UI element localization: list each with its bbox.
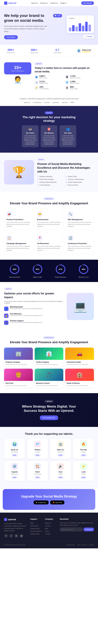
footer-contact[interactable]: Contact [45, 532, 56, 535]
service-4[interactable]: 📍 Ad Placement Lorem ipsum dolor sit ame… [35, 232, 63, 254]
talent-name-5: Tower [29, 471, 46, 473]
today-stat-val-3: 1,194+ [70, 80, 80, 82]
pioneer-feat-3: ✓Customer Relationships [66, 178, 94, 181]
talent-icon-5: 🏗️ [34, 463, 41, 470]
footer-logo: ↑ uptrend [4, 518, 27, 521]
pioneer-feat-4: ✓Strategy Digital Marketing [37, 181, 65, 184]
footer-legal-0[interactable]: Privacy Policy [66, 544, 75, 546]
app-store-button[interactable]: 🍎 App Store [50, 500, 64, 504]
footer-press[interactable]: Press [45, 530, 56, 532]
service-5[interactable]: 🔄 Continuous Promotion Lorem ipsum dolor… [66, 232, 94, 254]
vision-desc: Lorem ipsum dolor sit amet consectetur a… [24, 135, 36, 145]
case-title-0: Property Company [6, 361, 32, 363]
talent-icon-7: ⚡ [80, 463, 87, 470]
nav-pages[interactable]: Pages ▾ [60, 2, 66, 4]
service-2[interactable]: 🔍 SEO Management Lorem ipsum dolor sit a… [66, 208, 94, 230]
stat-user: 👤 Rebecca M. ⭐⭐⭐⭐⭐ [77, 48, 91, 53]
talent-icon-3: 🔥 [80, 441, 87, 448]
case-5[interactable]: 🏨 Hotels & Resorts Lorem ipsum dolor sit… [65, 369, 94, 388]
talent-btn-1[interactable]: Visit [34, 454, 40, 456]
google-play-button[interactable]: ▶ Google Play [34, 500, 48, 504]
talent-btn-3[interactable]: Visit [80, 454, 86, 456]
talent-btn-7[interactable]: Visit [80, 476, 86, 479]
talent-btn-2[interactable]: Visit [58, 454, 64, 456]
today-stat-val-0: 6,897+ [40, 75, 47, 77]
case-desc-2: Lorem ipsum dolor sit amet consectetur. [66, 364, 92, 366]
facebook-icon[interactable]: f [4, 534, 8, 538]
case-desc-3: Lorem ipsum dolor sit amet consectetur. [6, 385, 32, 386]
today-right: uptrend Today's a better time to connect… [34, 62, 94, 90]
service-1[interactable]: 🤝 Endorsement Lorem ipsum dolor sit amet… [35, 208, 63, 230]
footer-cookies[interactable]: Cookie Policy [30, 532, 42, 535]
navbar-logo[interactable]: ↑ uptrend [4, 2, 16, 5]
subscribe-email-input[interactable] [60, 528, 82, 531]
today-stat-sub-4: 5-Star Reviews [40, 88, 49, 90]
footer-subscribe-desc: Sign up to our newsletter to get updates… [60, 522, 94, 526]
youtube-icon[interactable]: ▶ [20, 534, 24, 538]
today-years-label: Years of Experience [7, 70, 28, 72]
case-2[interactable]: 🚗 Automotive Dealer Lorem ipsum dolor si… [65, 348, 94, 367]
decision-inner: uptrend The right decision for your mark… [22, 112, 76, 147]
navbar-cta-button[interactable]: Get Started [81, 1, 94, 5]
subscribe-button[interactable]: Subscribe [84, 528, 94, 531]
footer-subscribe: Newsletter Sign up to our newsletter to … [60, 518, 94, 538]
optimize-text: uptrend Optimize your social efforts for… [4, 288, 64, 326]
cta-badge: uptrend [44, 400, 53, 403]
navbar: ↑ uptrend About us Services ▾ Contact us… [0, 0, 98, 6]
service-desc-3: Lorem ipsum dolor sit amet consectetur a… [6, 245, 30, 252]
prog-label-3: Business Trust [73, 276, 94, 278]
pioneer-list-right: ✓Selling Traffic ✓Customer Relationships… [66, 175, 94, 186]
nav-about[interactable]: About us [31, 2, 38, 4]
today-stat-sub-5: Social Traffic [70, 88, 78, 90]
footer-blog[interactable]: Blog [45, 527, 56, 530]
optimize-badge: uptrend [4, 288, 12, 290]
talent-7: ⚡ Load Energy Visit [73, 461, 94, 481]
case-4[interactable]: 🎵 Musician Concert Lorem ipsum dolor sit… [35, 369, 64, 388]
cta-button[interactable]: Get Started Now [40, 416, 58, 420]
logo-0: uptrend [24, 102, 30, 103]
bar-5 [82, 26, 84, 31]
footer-help[interactable]: Help Center [30, 524, 42, 527]
service-title-4: Ad Placement [37, 242, 61, 244]
hero-cta-button[interactable]: Get Started [4, 35, 18, 39]
footer-about[interactable]: About Us [45, 522, 56, 524]
talent-role-5: Construction [29, 474, 46, 475]
pioneer-feat-6: ✓Content Mastery [37, 184, 65, 186]
opt-desc-0: Lorem ipsum dolor sit amet consectetur a… [10, 308, 42, 309]
footer-careers[interactable]: Careers [45, 524, 56, 527]
linkedin-icon[interactable]: in [14, 534, 18, 538]
talent-btn-6[interactable]: Visit [58, 476, 64, 479]
case-1[interactable]: 👔 Textile Company Lorem ipsum dolor sit … [35, 348, 64, 367]
footer-subscribe-heading: Newsletter [60, 518, 94, 520]
footer-faq[interactable]: FAQ [30, 522, 42, 524]
footer-company: Company About Us Careers Blog Press Cont… [45, 518, 56, 538]
progress-circle-3: 88% [78, 264, 89, 275]
today-stat-sub-1: Download Clients [70, 77, 80, 79]
talent-name-2: Abico Co [52, 449, 69, 451]
pioneer-badge: uptrend [37, 158, 45, 161]
footer-terms[interactable]: Terms of Service [30, 530, 42, 532]
values-grid: 👁️ Our Vision Lorem ipsum dolor sit amet… [22, 125, 76, 147]
case-body-3: Fast Food Lorem ipsum dolor sit amet con… [4, 381, 33, 388]
stat-projects-num: 49k+ [7, 48, 15, 52]
talent-btn-0[interactable]: Visit [12, 454, 18, 456]
footer-legal-2[interactable]: Cookies [89, 544, 94, 546]
service-0[interactable]: 📣 Product Promotions Lorem ipsum dolor s… [4, 208, 32, 230]
footer-privacy[interactable]: Privacy Policy [30, 527, 42, 530]
service-3[interactable]: 📋 Campaign Management Lorem ipsum dolor … [4, 232, 32, 254]
nav-contact[interactable]: Contact us [50, 2, 58, 4]
nav-services[interactable]: Services ▾ [40, 2, 48, 4]
talent-btn-4[interactable]: Visit [12, 476, 18, 479]
talent-icon-2: 🏢 [57, 441, 64, 448]
talent-btn-5[interactable]: Visit [34, 476, 40, 479]
footer-description: Lorem ipsum dolor sit amet consectetur a… [4, 522, 27, 532]
talents-grid: 🌍 Earth 2.0 Technology Visit 💎 Pixlbox D… [4, 439, 94, 481]
footer-legal-1[interactable]: Terms of Service [77, 544, 87, 546]
cta-inner: uptrend Where Strategy Meets Digital. Yo… [4, 400, 94, 420]
hero-section: We help your brand to grow on social med… [0, 6, 98, 45]
cases-heading: Elevate Your Brand Presence and Amplify … [4, 340, 94, 344]
twitter-icon[interactable]: t [9, 534, 13, 538]
case-0[interactable]: 🏢 Property Company Lorem ipsum dolor sit… [4, 348, 33, 367]
case-3[interactable]: 🍔 Fast Food Lorem ipsum dolor sit amet c… [4, 369, 33, 388]
cta-section: uptrend Where Strategy Meets Digital. Yo… [0, 393, 98, 427]
